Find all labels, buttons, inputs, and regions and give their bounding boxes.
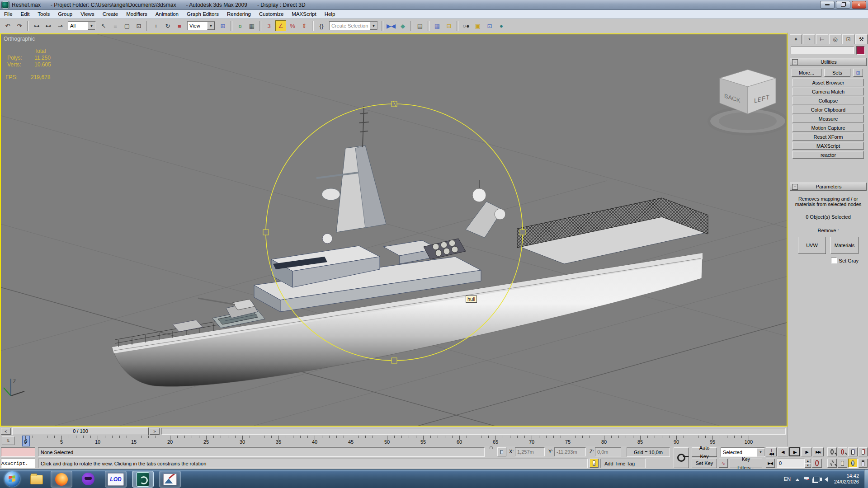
chevron-down-icon[interactable]: ▼ bbox=[370, 22, 377, 30]
taskbar-lod-button[interactable]: LOD bbox=[105, 471, 127, 488]
menu-customize[interactable]: Customize bbox=[255, 10, 288, 18]
language-indicator[interactable]: EN bbox=[784, 476, 791, 482]
select-and-scale-icon[interactable]: ■ bbox=[174, 20, 185, 31]
motion-capture-button[interactable]: Motion Capture bbox=[793, 124, 864, 131]
y-coord-field[interactable]: -11,293m bbox=[554, 447, 586, 456]
tab-display[interactable]: ⊡ bbox=[842, 34, 854, 44]
zoom-all-icon[interactable] bbox=[838, 447, 847, 456]
tab-motion[interactable]: ◎ bbox=[829, 34, 841, 44]
rectangular-selection-region-icon[interactable]: ▢ bbox=[122, 20, 132, 31]
network-icon[interactable] bbox=[813, 477, 820, 482]
menu-animation[interactable]: Animation bbox=[151, 10, 183, 18]
tab-modify[interactable]: ◔ bbox=[803, 34, 815, 44]
edit-named-selection-sets-icon[interactable]: {} bbox=[316, 20, 327, 31]
zoom-extents-icon[interactable] bbox=[848, 447, 858, 456]
close-button[interactable]: × bbox=[852, 1, 866, 9]
show-hidden-icons-icon[interactable] bbox=[795, 479, 800, 481]
quick-render-icon[interactable]: ● bbox=[496, 20, 507, 31]
auto-key-button[interactable]: Auto Key bbox=[692, 447, 717, 457]
play-button[interactable]: ▶ bbox=[789, 447, 800, 456]
show-desktop-button[interactable] bbox=[864, 469, 868, 488]
unlink-selection-icon[interactable]: ⊷ bbox=[43, 20, 54, 31]
pan-hand-icon[interactable] bbox=[838, 459, 847, 468]
redo-icon[interactable]: ↷ bbox=[14, 20, 25, 31]
time-slider-handle[interactable]: 0 / 100 bbox=[12, 427, 149, 435]
next-frame-button[interactable]: ||▶ bbox=[801, 447, 812, 456]
selection-filter-dropdown[interactable]: All▼ bbox=[68, 21, 96, 30]
menu-file[interactable]: File bbox=[0, 10, 17, 18]
mirror-icon[interactable]: ▶◀ bbox=[386, 20, 396, 31]
tab-create[interactable]: ✦ bbox=[790, 34, 802, 44]
named-selection-set-dropdown[interactable]: Create Selection Set▼ bbox=[329, 21, 378, 30]
viewport-label[interactable]: Orthographic bbox=[4, 36, 35, 42]
undo-icon[interactable]: ↶ bbox=[2, 20, 13, 31]
absolute-mode-toggle[interactable] bbox=[497, 447, 506, 456]
asset-browser-button[interactable]: Asset Browser bbox=[793, 79, 864, 86]
maxscript-mini-listener-pink[interactable] bbox=[1, 447, 35, 457]
key-filters-button[interactable]: Key Filters... bbox=[730, 459, 762, 468]
remove-materials-button[interactable]: Materials bbox=[830, 237, 859, 254]
menu-create[interactable]: Create bbox=[99, 10, 123, 18]
window-crossing-icon[interactable]: ⊡ bbox=[133, 20, 144, 31]
go-to-start-button[interactable]: |◀◀ bbox=[766, 447, 777, 456]
minimize-button[interactable] bbox=[820, 1, 835, 9]
select-and-rotate-icon[interactable]: ↻ bbox=[162, 20, 173, 31]
sets-button[interactable]: Sets bbox=[824, 69, 850, 77]
schematic-view-icon[interactable]: ⊟ bbox=[443, 20, 454, 31]
taskbar-paint-button[interactable] bbox=[159, 471, 181, 488]
open-mini-curve-editor-button[interactable]: ⇅ bbox=[2, 436, 14, 445]
taskbar-clock[interactable]: 14:42 24/02/2026 bbox=[834, 473, 859, 485]
action-center-icon[interactable] bbox=[804, 477, 809, 482]
key-mode-toggle[interactable]: ▶◀| bbox=[766, 459, 775, 468]
current-frame-field[interactable]: 0 bbox=[777, 459, 805, 468]
track-bar-ruler[interactable]: 0 05101520253035404550556065707580859095… bbox=[18, 435, 787, 446]
menu-edit[interactable]: Edit bbox=[17, 10, 34, 18]
x-coord-field[interactable]: 1,257m bbox=[515, 447, 545, 456]
arc-rotate-icon[interactable] bbox=[848, 459, 858, 468]
maximize-viewport-toggle-icon[interactable] bbox=[859, 459, 868, 468]
chevron-down-icon[interactable]: ▼ bbox=[207, 22, 215, 30]
menu-group[interactable]: Group bbox=[54, 10, 76, 18]
select-object-icon[interactable]: ↖ bbox=[98, 20, 109, 31]
keyboard-shortcut-override-icon[interactable]: ▦ bbox=[246, 20, 257, 31]
zoom-icon[interactable] bbox=[827, 447, 837, 456]
time-configuration-icon[interactable] bbox=[812, 459, 822, 468]
maxscript-button[interactable]: MAXScript bbox=[793, 142, 864, 150]
object-name-field[interactable] bbox=[791, 47, 854, 54]
bind-to-space-warp-icon[interactable]: ⊸ bbox=[55, 20, 66, 31]
taskbar-app-purple-button[interactable] bbox=[78, 471, 99, 487]
object-color-swatch[interactable] bbox=[856, 46, 865, 55]
utilities-rollout-header[interactable]: − Utilities bbox=[790, 58, 867, 66]
start-button[interactable] bbox=[2, 471, 23, 487]
taskbar-firefox-button[interactable] bbox=[51, 471, 72, 488]
angle-snap-toggle-icon[interactable]: ∠ bbox=[275, 20, 286, 31]
menu-modifiers[interactable]: Modifiers bbox=[122, 10, 151, 18]
set-key-button[interactable]: Set Key bbox=[692, 459, 717, 468]
reactor-button[interactable]: reactor bbox=[793, 151, 864, 159]
utilities-config-icon[interactable]: ⊞ bbox=[853, 69, 863, 77]
restore-button[interactable] bbox=[836, 1, 850, 9]
render-setup-icon[interactable]: ▣ bbox=[472, 20, 483, 31]
isolate-selection-icon[interactable] bbox=[590, 459, 599, 468]
color-clipboard-button[interactable]: Color Clipboard bbox=[793, 106, 864, 113]
previous-frame-arrow[interactable]: < bbox=[1, 428, 11, 435]
next-frame-arrow[interactable]: > bbox=[150, 428, 160, 435]
menu-graph-editors[interactable]: Graph Editors bbox=[183, 10, 223, 18]
zoom-region-icon[interactable] bbox=[827, 459, 837, 468]
select-and-manipulate-icon[interactable]: ¤ bbox=[235, 20, 245, 31]
maxscript-mini-listener-input[interactable]: AXScript. bbox=[1, 459, 35, 468]
z-coord-field[interactable]: 0,0m bbox=[595, 447, 621, 456]
volume-icon[interactable] bbox=[825, 477, 828, 482]
taskbar-3dsmax-button[interactable] bbox=[132, 471, 154, 488]
select-and-move-icon[interactable]: + bbox=[151, 20, 161, 31]
menu-views[interactable]: Views bbox=[76, 10, 98, 18]
more-button[interactable]: More... bbox=[792, 69, 821, 77]
select-and-link-icon[interactable]: ⊶ bbox=[31, 20, 42, 31]
remove-uvw-button[interactable]: UVW bbox=[798, 237, 826, 254]
camera-match-button[interactable]: Camera Match bbox=[793, 88, 864, 95]
measure-button[interactable]: Measure bbox=[793, 115, 864, 122]
menu-tools[interactable]: Tools bbox=[33, 10, 54, 18]
previous-frame-button[interactable]: ◀|| bbox=[778, 447, 788, 456]
spinner-snap-toggle-icon[interactable]: ⇕ bbox=[299, 20, 310, 31]
menu-maxscript[interactable]: MAXScript bbox=[288, 10, 320, 18]
